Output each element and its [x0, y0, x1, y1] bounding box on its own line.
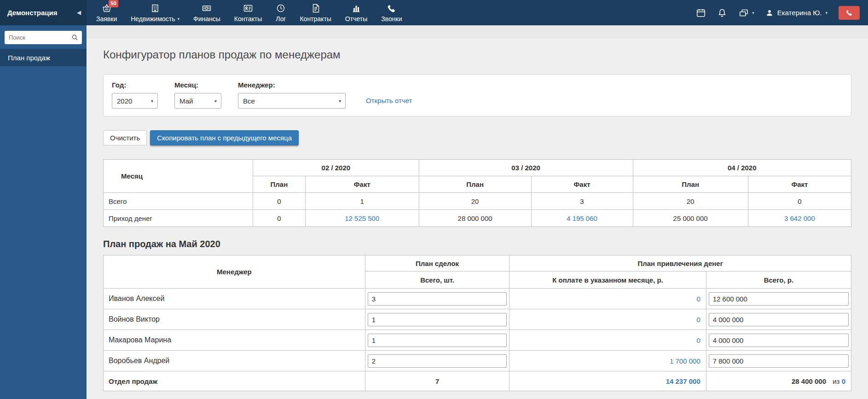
collapse-sidebar-icon[interactable]: ◀ — [77, 10, 81, 16]
year-filter: Год: 2020 ▾ — [112, 81, 158, 109]
banknote-icon — [202, 3, 212, 14]
year-select[interactable]: 2020 ▾ — [112, 93, 158, 109]
deals-cell — [365, 289, 509, 309]
user-menu[interactable]: Екатерина Ю. ▾ — [765, 9, 827, 17]
table-row: Воробьев Андрей 1 700 000 — [104, 351, 851, 371]
manager-filter: Менеджер: Все ▾ — [238, 81, 346, 109]
nav-item-log[interactable]: Лог — [269, 0, 293, 25]
manager-name: Макарова Марина — [104, 330, 365, 351]
plan-header: План — [633, 176, 748, 193]
deals-cell — [365, 330, 509, 351]
deals-input[interactable] — [368, 313, 507, 326]
calendar-icon — [696, 8, 706, 18]
history-table: Месяц 02 / 2020 03 / 2020 04 / 2020 План… — [103, 159, 851, 227]
plan-table: Менеджер План сделок План привлечения де… — [103, 255, 851, 391]
bell-icon — [717, 8, 727, 18]
workspace-switcher[interactable]: Демонстрация ◀ — [0, 0, 87, 25]
nav-label: Финансы — [193, 15, 220, 23]
actions-bar: Очистить Скопировать план с предыдущего … — [103, 130, 851, 145]
apps-menu-button[interactable]: ▾ — [738, 8, 754, 18]
money-total-cell: 28 400 000 из 0 — [706, 371, 851, 391]
payment-link[interactable]: 0 — [509, 289, 706, 309]
total-cell — [706, 330, 851, 351]
manager-column-header: Менеджер — [104, 255, 365, 289]
department-label: Отдел продаж — [104, 371, 365, 391]
phone-icon — [845, 9, 853, 17]
nav-item-calls[interactable]: Звонки — [374, 0, 409, 25]
manager-label: Менеджер: — [238, 81, 346, 89]
chevron-down-icon: ▾ — [214, 98, 217, 104]
payment-link[interactable]: 1 700 000 — [509, 351, 706, 371]
notifications-button[interactable] — [717, 8, 727, 18]
plan-group-header-row: Менеджер План сделок План привлечения де… — [104, 255, 851, 272]
nav-item-contacts[interactable]: Контакты — [227, 0, 269, 25]
plan-header: План — [253, 176, 306, 193]
sidebar-item-sales-plan[interactable]: План продаж — [0, 49, 87, 66]
history-group-header-row: Месяц 02 / 2020 03 / 2020 04 / 2020 — [104, 160, 851, 176]
history-cell: 1 — [305, 193, 419, 210]
open-report-link[interactable]: Открыть отчет — [366, 97, 412, 104]
fact-link[interactable]: 4 195 060 — [531, 210, 633, 227]
payment-link[interactable]: 0 — [509, 330, 706, 351]
total-cell — [706, 289, 851, 309]
main-content: Конфигуратор планов продаж по менеджерам… — [87, 25, 868, 399]
sidebar: План продаж — [0, 25, 87, 399]
nav-item-realestate[interactable]: Недвижимость ▾ — [124, 0, 186, 25]
user-name: Екатерина Ю. — [777, 9, 822, 17]
main-nav: 50 Заявки Недвижимость ▾ — [89, 0, 409, 25]
total-input[interactable] — [709, 292, 849, 306]
money-total-value: 28 400 000 — [792, 377, 826, 385]
call-button[interactable] — [839, 6, 860, 20]
period-header: 04 / 2020 — [633, 160, 851, 176]
topbar-right: ▾ Екатерина Ю. ▾ — [696, 0, 868, 25]
manager-select[interactable]: Все ▾ — [238, 93, 346, 109]
month-label: Месяц: — [174, 81, 221, 89]
calendar-button[interactable] — [696, 8, 706, 18]
total-input[interactable] — [709, 354, 849, 368]
month-select[interactable]: Май ▾ — [174, 93, 221, 109]
workspace-name: Демонстрация — [7, 9, 58, 17]
of-value-link[interactable]: 0 — [842, 377, 845, 385]
clear-button[interactable]: Очистить — [103, 130, 147, 145]
fact-link[interactable]: 12 525 500 — [305, 210, 419, 227]
chevron-down-icon: ▾ — [825, 11, 827, 15]
deals-input[interactable] — [368, 334, 507, 347]
plan-footer-row: Отдел продаж 7 14 237 000 28 400 000 из … — [104, 371, 851, 391]
total-cell — [706, 309, 851, 330]
total-input[interactable] — [709, 334, 849, 347]
chevron-down-icon: ▾ — [178, 17, 180, 21]
content-subheader — [87, 25, 868, 38]
search-input[interactable] — [5, 31, 82, 44]
history-clock-icon — [276, 3, 286, 14]
nav-label: Недвижимость — [131, 15, 175, 23]
month-filter: Месяц: Май ▾ — [174, 81, 221, 109]
search-icon — [71, 34, 78, 41]
deals-input[interactable] — [368, 354, 507, 368]
history-cell: 0 — [253, 193, 306, 210]
history-cell: 0 — [748, 193, 851, 210]
contact-card-icon — [243, 3, 253, 14]
phone-icon — [387, 3, 397, 14]
payment-link[interactable]: 0 — [509, 309, 706, 330]
month-select-value: Май — [179, 97, 193, 105]
fact-header: Факт — [531, 176, 633, 193]
filter-panel: Год: 2020 ▾ Месяц: Май ▾ — [103, 74, 851, 116]
manager-name: Иванов Алексей — [104, 289, 365, 309]
copy-plan-button[interactable]: Скопировать план с предыдущего месяца — [150, 130, 299, 145]
nav-item-finance[interactable]: Финансы — [186, 0, 227, 25]
deals-cell — [365, 351, 509, 371]
nav-item-contracts[interactable]: Контракты — [293, 0, 338, 25]
history-cell: 28 000 000 — [419, 210, 531, 227]
fact-link[interactable]: 3 642 000 — [748, 210, 851, 227]
sidebar-search — [0, 25, 87, 49]
total-input[interactable] — [709, 313, 849, 326]
payment-total-link[interactable]: 14 237 000 — [509, 371, 706, 391]
deals-input[interactable] — [368, 292, 507, 306]
row-label: Всего — [104, 193, 253, 210]
nav-label: Отчеты — [345, 15, 367, 23]
manager-select-value: Все — [243, 97, 255, 105]
deals-sub-header: Всего, шт. — [365, 272, 509, 289]
nav-item-requests[interactable]: 50 Заявки — [89, 0, 124, 25]
user-icon — [765, 9, 774, 17]
nav-item-reports[interactable]: Отчеты — [338, 0, 374, 25]
